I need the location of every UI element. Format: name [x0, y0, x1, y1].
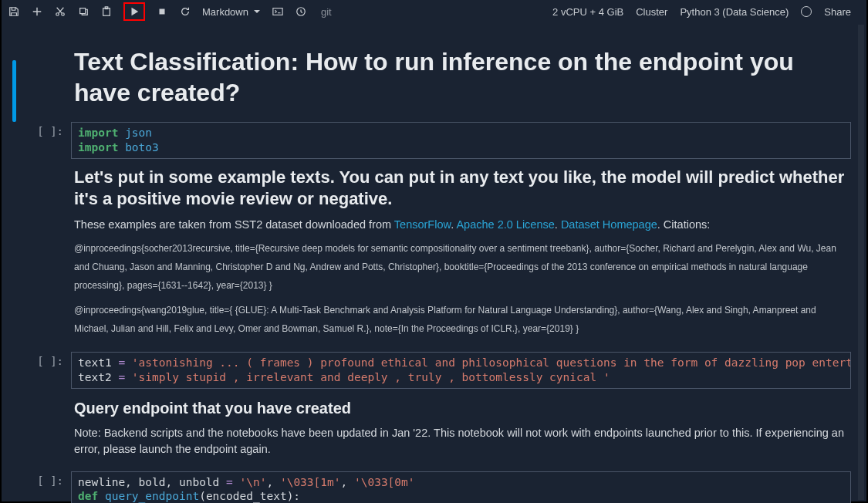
cluster-label[interactable]: Cluster — [636, 6, 667, 18]
chevron-down-icon — [253, 8, 261, 15]
terminal-icon[interactable] — [272, 5, 284, 18]
notebook-area: Text Classification: How to run inferenc… — [2, 23, 866, 503]
intro-paragraph: These examples are taken from SST2 datas… — [74, 217, 846, 233]
svg-point-1 — [62, 13, 65, 16]
kernel-label[interactable]: Python 3 (Data Science) — [680, 6, 789, 18]
active-cell-marker — [12, 60, 16, 122]
add-icon[interactable] — [31, 5, 43, 18]
svg-rect-5 — [160, 9, 165, 15]
prompt: [ ]: — [25, 122, 71, 137]
save-icon[interactable] — [8, 5, 20, 18]
paste-icon[interactable] — [100, 5, 113, 18]
code-cell-3[interactable]: [ ]: newline, bold, unbold = '\n', '\033… — [25, 471, 851, 503]
kernel-status-icon[interactable] — [801, 6, 812, 17]
query-heading: Query endpoint that you have created — [74, 400, 846, 417]
intro-heading: Let's put in some example texts. You can… — [74, 167, 846, 211]
license-link[interactable]: Apache 2.0 License — [456, 218, 554, 231]
restart-icon[interactable] — [179, 5, 191, 18]
celltype-label: Markdown — [202, 6, 248, 18]
dataset-link[interactable]: Dataset Homepage — [561, 218, 657, 231]
citation-2: @inproceedings{wang2019glue, title={ {GL… — [74, 301, 846, 338]
prompt: [ ]: — [25, 471, 71, 487]
code-editor[interactable]: text1 = 'astonishing ... ( frames ) prof… — [71, 352, 851, 389]
git-label[interactable]: git — [321, 6, 332, 18]
share-button[interactable]: Share — [824, 6, 851, 18]
copy-icon[interactable] — [77, 5, 90, 18]
code-editor[interactable]: import json import boto3 — [71, 122, 851, 159]
prompt: [ ]: — [25, 352, 71, 367]
markdown-cell-title[interactable]: Text Classification: How to run inferenc… — [74, 46, 846, 108]
markdown-cell-intro[interactable]: Let's put in some example texts. You can… — [74, 167, 846, 338]
svg-point-0 — [56, 13, 59, 16]
tensorflow-link[interactable]: TensorFlow — [394, 218, 451, 231]
svg-rect-2 — [80, 8, 86, 14]
code-editor[interactable]: newline, bold, unbold = '\n', '\033[1m',… — [71, 471, 851, 503]
resources-label[interactable]: 2 vCPU + 4 GiB — [552, 6, 623, 18]
run-button-highlight — [123, 2, 145, 21]
cut-icon[interactable] — [54, 5, 66, 18]
citation-1: @inproceedings{socher2013recursive, titl… — [74, 239, 846, 295]
svg-rect-6 — [273, 8, 282, 15]
query-note: Note: Backend scripts and the notebooks … — [74, 425, 846, 457]
page-title: Text Classification: How to run inferenc… — [74, 46, 846, 108]
markdown-cell-query[interactable]: Query endpoint that you have created Not… — [74, 400, 846, 457]
code-cell-1[interactable]: [ ]: import json import boto3 — [25, 122, 851, 159]
celltype-dropdown[interactable]: Markdown — [202, 6, 261, 18]
schedule-icon[interactable] — [295, 5, 307, 18]
scrollbar[interactable] — [858, 25, 864, 500]
run-icon[interactable] — [128, 5, 140, 18]
code-cell-2[interactable]: [ ]: text1 = 'astonishing ... ( frames )… — [25, 352, 851, 389]
stop-icon[interactable] — [156, 5, 168, 18]
toolbar: Markdown git 2 vCPU + 4 GiB Cluster Pyth… — [2, 0, 866, 23]
